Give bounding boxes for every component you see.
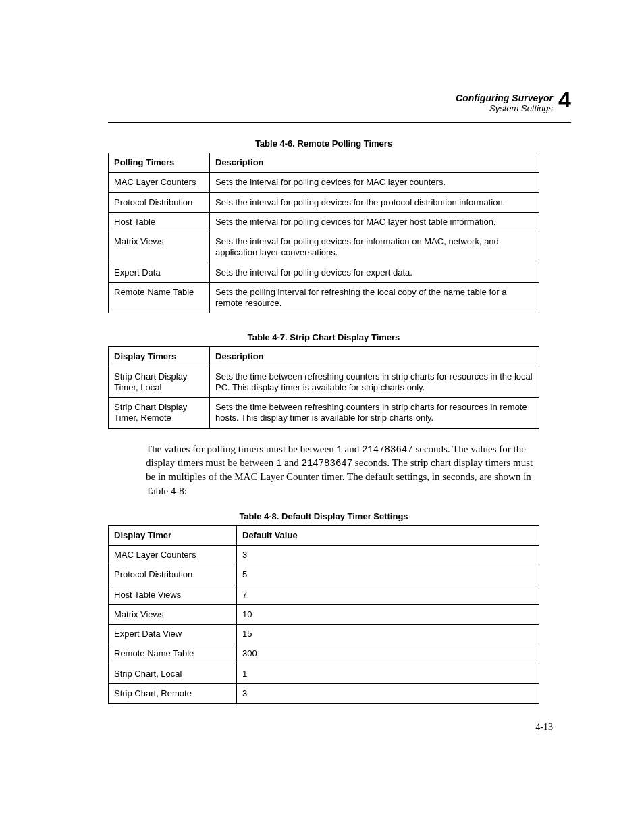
table-cell: 15 (237, 625, 539, 644)
table-cell: MAC Layer Counters (109, 546, 237, 565)
table-cell: Strip Chart Display Timer, Remote (109, 398, 210, 429)
table-4-6-caption: Table 4-6. Remote Polling Timers (108, 138, 539, 149)
table-cell: Host Table Views (109, 585, 237, 604)
table-row: Protocol Distribution Sets the interval … (109, 192, 539, 212)
table-row: Matrix Views 10 (109, 604, 539, 624)
table-row: Remote Name Table 300 (109, 644, 539, 664)
table-cell: Sets the polling interval for refreshing… (210, 282, 539, 313)
table-4-7: Display Timers Description Strip Chart D… (108, 346, 539, 428)
table-cell: Remote Name Table (109, 644, 237, 664)
table-row: Remote Name Table Sets the polling inter… (109, 282, 539, 313)
table-row: Expert Data View 15 (109, 625, 539, 644)
table-cell: 1 (237, 664, 539, 683)
table-cell: Protocol Distribution (109, 192, 210, 212)
table-cell: 300 (237, 644, 539, 664)
body-paragraph: The values for polling timers must be be… (146, 442, 539, 498)
table-cell: Matrix Views (109, 604, 237, 624)
table-cell: Strip Chart, Local (109, 664, 237, 683)
table-cell: Protocol Distribution (109, 565, 237, 585)
text-run: The values for polling timers must be be… (146, 444, 336, 454)
table-cell: 10 (237, 604, 539, 624)
table-4-7-caption: Table 4-7. Strip Chart Display Timers (108, 332, 539, 342)
running-header-title: Configuring Surveyor (456, 93, 553, 103)
table-header-cell: Default Value (237, 525, 539, 545)
table-cell: MAC Layer Counters (109, 173, 210, 192)
content-area: Table 4-6. Remote Polling Timers Polling… (108, 138, 539, 704)
table-row: Strip Chart, Remote 3 (109, 683, 539, 703)
running-header-subtitle: System Settings (456, 104, 553, 113)
table-header-cell: Display Timers (109, 347, 210, 367)
table-cell: Sets the interval for polling devices fo… (210, 212, 539, 232)
table-cell: Strip Chart, Remote (109, 683, 237, 703)
table-row: MAC Layer Counters Sets the interval for… (109, 173, 539, 192)
table-cell: Sets the interval for polling devices fo… (210, 232, 539, 263)
table-header-row: Polling Timers Description (109, 153, 539, 173)
table-cell: Sets the interval for polling devices fo… (210, 192, 539, 212)
table-cell: Strip Chart Display Timer, Local (109, 367, 210, 398)
table-row: Strip Chart Display Timer, Local Sets th… (109, 367, 539, 398)
table-cell: Expert Data View (109, 625, 237, 644)
table-cell: Host Table (109, 212, 210, 232)
table-header-row: Display Timers Description (109, 347, 539, 367)
page-number: 4-13 (535, 722, 553, 733)
table-4-8-caption: Table 4-8. Default Display Timer Setting… (108, 511, 539, 521)
table-row: MAC Layer Counters 3 (109, 546, 539, 565)
text-run: and (281, 457, 301, 468)
table-cell: 7 (237, 585, 539, 604)
table-4-8: Display Timer Default Value MAC Layer Co… (108, 525, 539, 704)
header-rule (108, 122, 571, 123)
table-cell: 3 (237, 546, 539, 565)
table-header-cell: Polling Timers (109, 153, 210, 173)
table-header-cell: Description (210, 153, 539, 173)
table-row: Protocol Distribution 5 (109, 565, 539, 585)
table-cell: Sets the interval for polling devices fo… (210, 263, 539, 282)
text-run: and (342, 444, 362, 454)
table-cell: Expert Data (109, 263, 210, 282)
code-run: 214783647 (301, 458, 352, 469)
table-header-cell: Description (210, 347, 539, 367)
table-row: Matrix Views Sets the interval for polli… (109, 232, 539, 263)
page: Configuring Surveyor System Settings 4 T… (0, 0, 644, 834)
table-row: Host Table Views 7 (109, 585, 539, 604)
running-header: Configuring Surveyor System Settings (456, 93, 553, 113)
table-cell: Matrix Views (109, 232, 210, 263)
table-header-cell: Display Timer (109, 525, 237, 545)
table-cell: Remote Name Table (109, 282, 210, 313)
table-cell: Sets the interval for polling devices fo… (210, 173, 539, 192)
table-cell: 5 (237, 565, 539, 585)
code-run: 1 (336, 444, 342, 455)
table-row: Host Table Sets the interval for polling… (109, 212, 539, 232)
table-row: Strip Chart, Local 1 (109, 664, 539, 683)
code-run: 214783647 (362, 444, 413, 455)
chapter-number: 4 (558, 88, 571, 111)
table-row: Expert Data Sets the interval for pollin… (109, 263, 539, 282)
table-cell: 3 (237, 683, 539, 703)
table-4-6: Polling Timers Description MAC Layer Cou… (108, 153, 539, 313)
table-cell: Sets the time between refreshing counter… (210, 398, 539, 429)
table-cell: Sets the time between refreshing counter… (210, 367, 539, 398)
table-header-row: Display Timer Default Value (109, 525, 539, 545)
table-row: Strip Chart Display Timer, Remote Sets t… (109, 398, 539, 429)
